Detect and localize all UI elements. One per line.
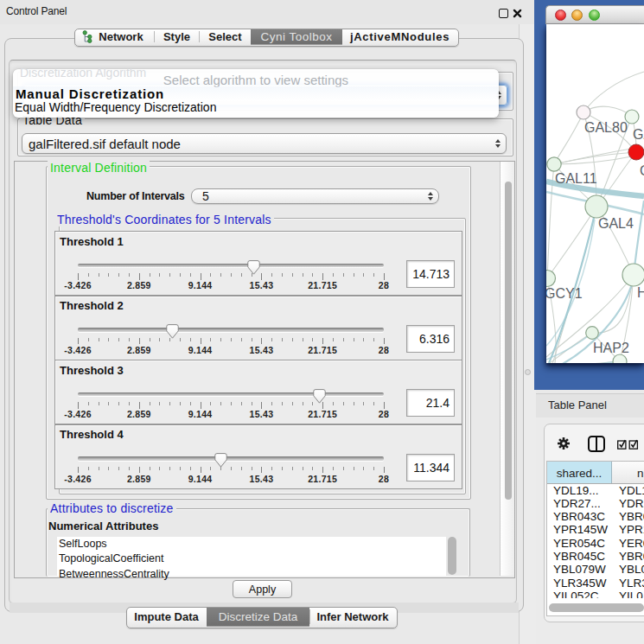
svg-text:GAL4: GAL4 (598, 216, 634, 231)
svg-text:GA: GA (633, 127, 644, 142)
svg-text:C: C (640, 163, 644, 178)
svg-text:H: H (637, 285, 644, 300)
svg-text:GAL80: GAL80 (584, 120, 628, 135)
svg-text:GAL11: GAL11 (555, 171, 597, 186)
svg-text:HAP2: HAP2 (593, 341, 629, 355)
svg-text:GCY1: GCY1 (546, 286, 583, 301)
